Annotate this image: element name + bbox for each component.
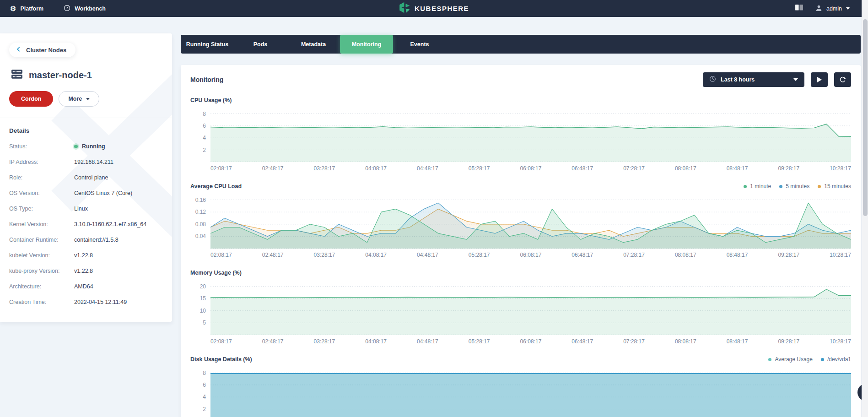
legend-item-average-usage[interactable]: Average Usage: [768, 356, 813, 363]
nav-workbench-label: Workbench: [75, 5, 106, 12]
node-detail-sidebar: Cluster Nodes master-node-1 Cordon More …: [0, 33, 172, 322]
refresh-button[interactable]: [834, 72, 851, 87]
autorefresh-play-button[interactable]: [811, 72, 828, 87]
chart-cpu-usage: CPU Usage (%)864202:08:1702:48:1703:28:1…: [190, 95, 851, 170]
kubesphere-logo[interactable]: KUBESPHERE: [399, 0, 469, 17]
chart-head: CPU Usage (%): [190, 95, 851, 105]
x-tick: 03:28:17: [314, 252, 335, 257]
x-tick: 04:48:17: [417, 252, 438, 257]
legend-dot: [821, 358, 824, 361]
legend-label: 1 minute: [750, 183, 771, 190]
tab-bar: Running StatusPodsMetadataMonitoringEven…: [181, 35, 861, 54]
detail-value-text: Linux: [74, 206, 88, 212]
legend-dot: [744, 185, 747, 188]
y-tick: 8: [203, 111, 206, 117]
legend-label: Average Usage: [775, 356, 813, 363]
x-tick: 10:28:17: [830, 252, 851, 257]
x-tick: 02:48:17: [262, 165, 284, 170]
detail-row-role: Role:Control plane: [9, 170, 163, 185]
chart-svg: [210, 368, 851, 417]
y-tick: 0.16: [195, 197, 206, 203]
more-button-label: More: [68, 96, 82, 102]
legend-item-1-minute[interactable]: 1 minute: [744, 183, 771, 190]
tab-monitoring[interactable]: Monitoring: [340, 35, 393, 54]
y-tick: 4: [203, 135, 206, 141]
cordon-button[interactable]: Cordon: [9, 91, 53, 107]
tab-running-status[interactable]: Running Status: [181, 35, 234, 54]
chart-title: CPU Usage (%): [190, 97, 232, 103]
detail-value-text: AMD64: [74, 283, 93, 290]
details-section: Details Status:RunningIP Address:192.168…: [0, 118, 172, 310]
detail-value: v1.22.8: [74, 268, 93, 274]
chevron-down-icon: [793, 78, 798, 81]
detail-label: kubelet Version:: [9, 252, 74, 259]
more-button[interactable]: More: [59, 91, 99, 107]
nav-workbench[interactable]: Workbench: [64, 5, 106, 13]
plot-area: [210, 368, 851, 417]
detail-row-creation-time: Creation Time:2022-04-15 12:11:49: [9, 294, 163, 310]
detail-row-kube-proxy-version: kube-proxy Version:v1.22.8: [9, 263, 163, 279]
x-tick: 08:48:17: [727, 338, 748, 343]
y-tick: 6: [203, 382, 206, 388]
tab-metadata[interactable]: Metadata: [287, 35, 340, 54]
chart-svg: [210, 195, 851, 249]
detail-row-container-runtime: Container Runtime:containerd://1.5.8: [9, 232, 163, 248]
x-tick: 08:08:17: [675, 338, 696, 343]
x-axis-labels: 02:08:1702:48:1703:28:1704:08:1704:48:17…: [210, 249, 851, 257]
y-tick: 2: [203, 147, 206, 153]
x-tick: 10:28:17: [830, 165, 851, 170]
x-tick: 05:28:17: [469, 252, 490, 257]
node-icon: [11, 68, 23, 82]
detail-row-kubelet-version: kubelet Version:v1.22.8: [9, 248, 163, 263]
y-tick: 4: [203, 394, 206, 400]
detail-row-os-type: OS Type:Linux: [9, 201, 163, 217]
top-bar: ⚙ Platform Workbench KUBESPHERE admin: [0, 0, 868, 17]
chart-body: 8642: [190, 368, 851, 417]
legend-label: 15 minutes: [824, 183, 851, 190]
user-avatar-icon: [815, 5, 822, 13]
y-tick: 6: [203, 123, 206, 129]
docs-icon[interactable]: [795, 4, 803, 13]
time-range-select[interactable]: Last 8 hours: [703, 72, 804, 87]
x-axis-labels: 02:08:1702:48:1703:28:1704:08:1704:48:17…: [210, 335, 851, 343]
tab-events[interactable]: Events: [393, 35, 446, 54]
detail-label: OS Version:: [9, 190, 74, 196]
x-tick: 07:28:17: [623, 165, 645, 170]
x-tick: 09:28:17: [778, 165, 799, 170]
legend-item-5-minutes[interactable]: 5 minutes: [779, 183, 809, 190]
nav-platform-label: Platform: [20, 5, 43, 12]
detail-value-text: containerd://1.5.8: [74, 237, 119, 243]
user-menu[interactable]: admin: [815, 5, 850, 13]
chart-body: 2015105: [190, 282, 851, 335]
x-tick: 04:08:17: [365, 165, 387, 170]
nav-platform[interactable]: ⚙ Platform: [10, 5, 43, 12]
detail-label: Kernel Version:: [9, 221, 74, 227]
y-axis: 8642: [190, 368, 210, 417]
detail-value-text: v1.22.8: [74, 252, 93, 259]
x-axis-labels: 02:08:1702:48:1703:28:1704:08:1704:48:17…: [210, 162, 851, 170]
refresh-icon: [839, 76, 846, 83]
y-tick: 0.08: [195, 221, 206, 227]
chart-body: 0.160.120.080.04: [190, 195, 851, 249]
x-tick: 02:48:17: [262, 252, 284, 257]
chart-title: Disk Usage Details (%): [190, 356, 252, 363]
x-tick: 06:08:17: [520, 165, 542, 170]
monitoring-panel: Monitoring Last 8 hours: [181, 65, 861, 417]
y-tick: 5: [203, 320, 206, 326]
legend-item-dev-vda1[interactable]: /dev/vda1: [821, 356, 851, 363]
legend-item-15-minutes[interactable]: 15 minutes: [818, 183, 851, 190]
scrollbar-thumb[interactable]: [863, 19, 868, 216]
tab-pods[interactable]: Pods: [234, 35, 287, 54]
back-to-cluster-nodes[interactable]: Cluster Nodes: [9, 43, 75, 57]
chevron-down-icon: [86, 98, 90, 100]
y-axis: 8642: [190, 109, 210, 162]
plot-area: [210, 195, 851, 249]
y-tick: 15: [200, 295, 206, 302]
x-tick: 10:28:17: [830, 338, 851, 343]
x-tick: 07:28:17: [623, 252, 645, 257]
legend-label: /dev/vda1: [827, 356, 851, 363]
detail-value: Running: [74, 143, 105, 150]
clock-icon: [709, 76, 716, 84]
scrollbar-track: [862, 0, 868, 417]
x-tick: 02:08:17: [210, 165, 232, 170]
